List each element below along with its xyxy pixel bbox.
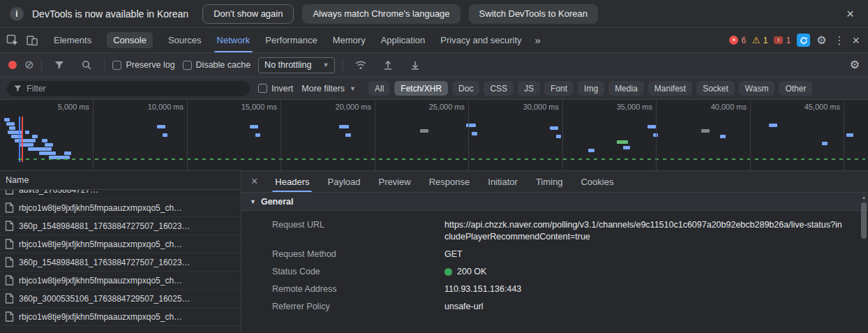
request-type-chips: AllFetch/XHRDocCSSJSFontImgMediaManifest… bbox=[368, 81, 812, 96]
dont-show-again-button[interactable]: Don't show again bbox=[202, 4, 294, 24]
import-har-icon[interactable] bbox=[405, 56, 425, 74]
filter-chip-css[interactable]: CSS bbox=[484, 81, 514, 96]
document-icon bbox=[5, 190, 14, 195]
detail-tab-headers[interactable]: Headers bbox=[266, 171, 318, 192]
network-overview-timeline[interactable]: 5,000 ms10,000 ms15,000 ms20,000 ms25,00… bbox=[0, 100, 868, 171]
filter-chip-socket[interactable]: Socket bbox=[696, 81, 735, 96]
detail-tab-cookies[interactable]: Cookies bbox=[571, 171, 622, 192]
issues-badge[interactable]: ! 1 bbox=[774, 36, 791, 45]
waterfall-chart bbox=[0, 117, 868, 168]
throttling-select[interactable]: No throttling ▼ bbox=[258, 57, 335, 73]
filter-funnel-icon[interactable] bbox=[50, 56, 69, 74]
detail-tab-payload[interactable]: Payload bbox=[318, 171, 369, 192]
requests-pane: Name advts_1763884727…rbjco1w8tje9jxfjkh… bbox=[0, 171, 241, 333]
request-name: advts_1763884727… bbox=[19, 190, 98, 195]
disable-cache-checkbox[interactable]: Disable cache bbox=[183, 60, 251, 70]
tab-sources[interactable]: Sources bbox=[160, 28, 209, 52]
filter-chip-fetch-xhr[interactable]: Fetch/XHR bbox=[394, 81, 448, 96]
document-icon bbox=[5, 239, 14, 249]
record-icon[interactable] bbox=[8, 61, 17, 69]
filter-chip-font[interactable]: Font bbox=[544, 81, 574, 96]
search-icon[interactable] bbox=[77, 56, 96, 74]
detail-tab-preview[interactable]: Preview bbox=[369, 171, 419, 192]
extension-sync-icon[interactable] bbox=[797, 34, 810, 47]
field-value: unsafe-url bbox=[444, 301, 484, 313]
more-filters-label: More filters bbox=[301, 84, 345, 94]
filter-input[interactable] bbox=[27, 84, 244, 94]
waterfall-bar bbox=[157, 125, 165, 128]
request-name: 360p_3000535106_1763884729507_16025… bbox=[19, 294, 190, 304]
detail-tab-response[interactable]: Response bbox=[420, 171, 479, 192]
section-title: General bbox=[261, 197, 294, 207]
infobar: i DevTools is now available in Korean Do… bbox=[0, 0, 868, 28]
switch-devtools-korean-button[interactable]: Switch DevTools to Korean bbox=[469, 4, 598, 24]
detail-tab-timing[interactable]: Timing bbox=[527, 171, 572, 192]
filter-chip-wasm[interactable]: Wasm bbox=[739, 81, 775, 96]
tab-privacy-and-security[interactable]: Privacy and security bbox=[433, 28, 529, 52]
waterfall-bar bbox=[769, 124, 777, 127]
match-chrome-language-button[interactable]: Always match Chrome's language bbox=[302, 4, 460, 24]
waterfall-bar bbox=[623, 146, 630, 149]
request-row[interactable]: 360p_1548984881_1763884727507_16023… bbox=[0, 217, 241, 235]
export-har-icon[interactable] bbox=[378, 56, 398, 74]
filter-chip-js[interactable]: JS bbox=[518, 81, 540, 96]
tab-application[interactable]: Application bbox=[373, 28, 433, 52]
document-icon bbox=[5, 293, 14, 304]
tab-console[interactable]: Console bbox=[99, 28, 160, 52]
tab-performance[interactable]: Performance bbox=[257, 28, 324, 52]
filter-chip-all[interactable]: All bbox=[368, 81, 390, 96]
tab-memory[interactable]: Memory bbox=[325, 28, 373, 52]
filter-chip-media[interactable]: Media bbox=[608, 81, 644, 96]
infobar-close-icon[interactable]: × bbox=[842, 7, 858, 20]
more-filters-button[interactable]: More filters ▼ bbox=[301, 84, 356, 94]
general-section-header[interactable]: ▼ General bbox=[241, 193, 868, 211]
request-row[interactable]: 360p_3000535106_1763884729507_16025… bbox=[0, 290, 241, 308]
headers-panel: ▼ General Request URLhttps://api.chzzk.n… bbox=[241, 193, 868, 333]
devtools-close-icon[interactable]: × bbox=[852, 34, 860, 47]
details-scrollbar[interactable]: ▲ bbox=[860, 194, 867, 332]
network-conditions-icon[interactable] bbox=[351, 56, 371, 74]
header-field-row: Request MethodGET bbox=[241, 246, 868, 263]
tab-label: Application bbox=[381, 35, 426, 45]
close-details-icon[interactable]: × bbox=[248, 176, 266, 187]
waterfall-bar bbox=[250, 125, 258, 128]
timeline-tick-label: 10,000 ms bbox=[148, 103, 184, 111]
timeline-gridline bbox=[844, 100, 844, 170]
error-badge[interactable]: × 6 bbox=[729, 36, 746, 45]
request-row[interactable]: rbjco1w8tje9jxfjkhn5fmpaauzxmpxqo5_ch… bbox=[0, 308, 241, 326]
name-column-header[interactable]: Name bbox=[0, 171, 241, 190]
tab-network[interactable]: Network bbox=[209, 28, 258, 52]
network-settings-gear-icon[interactable]: ⚙ bbox=[850, 59, 860, 71]
invert-checkbox[interactable]: Invert bbox=[258, 84, 293, 94]
request-row[interactable]: 360p_1548984881_1763884727507_16023… bbox=[0, 253, 241, 272]
filter-chip-img[interactable]: Img bbox=[578, 81, 604, 96]
filter-chip-other[interactable]: Other bbox=[779, 81, 812, 96]
tab-elements[interactable]: Elements bbox=[46, 28, 99, 52]
detail-tabs-inner: HeadersPayloadPreviewResponseInitiatorTi… bbox=[266, 171, 622, 192]
clear-icon[interactable]: ⊘ bbox=[24, 59, 33, 71]
filter-chip-doc[interactable]: Doc bbox=[452, 81, 479, 96]
preserve-log-checkbox[interactable]: Preserve log bbox=[112, 60, 174, 70]
detail-tab-initiator[interactable]: Initiator bbox=[479, 171, 527, 192]
request-row[interactable]: rbjco1w8tje9jxfjkhn5fmpaauzxmpxqo5_ch… bbox=[0, 199, 241, 217]
request-row[interactable]: advts_1763884727… bbox=[0, 190, 241, 199]
settings-gear-icon[interactable]: ⚙ bbox=[816, 35, 826, 46]
scroll-up-icon[interactable]: ▲ bbox=[860, 194, 867, 201]
load-dash-line bbox=[18, 158, 865, 160]
filter-input-box[interactable] bbox=[7, 81, 250, 96]
more-tabs-icon[interactable]: » bbox=[530, 34, 546, 46]
funnel-icon bbox=[13, 84, 22, 93]
throttling-value: No throttling bbox=[264, 60, 311, 70]
devtools-tabbar: ElementsConsoleSourcesNetworkPerformance… bbox=[0, 28, 868, 53]
request-row[interactable]: rbjco1w8tje9jxfjkhn5fmpaauzxmpxqo5_ch… bbox=[0, 235, 241, 253]
request-name: rbjco1w8tje9jxfjkhn5fmpaauzxmpxqo5_ch… bbox=[19, 203, 182, 213]
warning-badge[interactable]: ⚠ 1 bbox=[752, 36, 768, 45]
timeline-tick-label: 5,000 ms bbox=[58, 103, 89, 111]
scrollbar-thumb[interactable] bbox=[861, 202, 867, 239]
request-row[interactable]: rbjco1w8tje9jxfjkhn5fmpaauzxmpxqo5_ch… bbox=[0, 272, 241, 290]
filter-chip-manifest[interactable]: Manifest bbox=[648, 81, 692, 96]
inspect-element-icon[interactable] bbox=[3, 31, 22, 50]
device-toolbar-icon[interactable] bbox=[22, 31, 42, 50]
infobar-message: DevTools is now available in Korean bbox=[32, 8, 188, 20]
more-options-icon[interactable]: ⋮ bbox=[832, 34, 846, 47]
